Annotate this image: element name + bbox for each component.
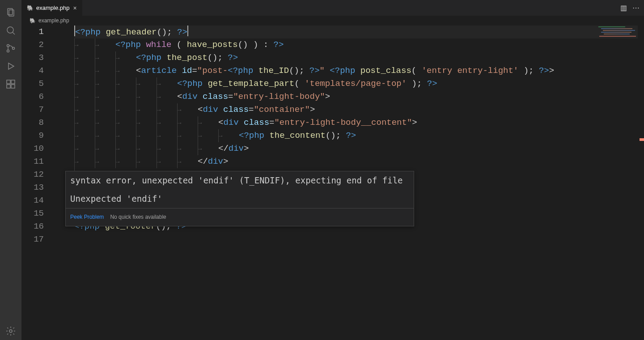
svg-rect-11 — [11, 80, 15, 84]
svg-rect-0 — [8, 8, 13, 15]
problem-hover-tooltip: syntax error, unexpected 'endif' (T_ENDI… — [65, 171, 414, 226]
svg-rect-8 — [7, 80, 10, 84]
activity-settings-icon[interactable] — [0, 322, 21, 340]
code-line[interactable]: <?php while ( have_posts() ) : ?> — [74, 38, 644, 51]
problem-hover-message: Unexpected 'endif' — [66, 190, 414, 208]
svg-rect-9 — [7, 85, 10, 88]
svg-line-3 — [13, 32, 15, 34]
code-line[interactable]: </div> — [74, 155, 644, 168]
svg-marker-7 — [8, 63, 14, 69]
activity-scm-icon[interactable] — [0, 39, 21, 57]
breadcrumb[interactable]: 🐘 example.php — [21, 16, 644, 26]
editor-title-actions: ▥ ⋯ — [620, 0, 644, 16]
code-line[interactable]: <div class="entry-light-body"> — [74, 90, 644, 103]
split-editor-icon[interactable]: ▥ — [620, 4, 627, 12]
code-line[interactable]: <?php the_content(); ?> — [74, 129, 644, 142]
activity-debug-icon[interactable] — [0, 57, 21, 75]
code-line[interactable] — [74, 233, 644, 246]
text-cursor — [187, 26, 188, 36]
tab-example-php[interactable]: 🐘 example.php × — [21, 0, 83, 16]
activity-extensions-icon[interactable] — [0, 75, 21, 93]
line-number-gutter: 1 234 567 8910 111213 141516 17 — [21, 26, 52, 340]
activity-bar — [0, 0, 21, 340]
breadcrumb-file: example.php — [38, 17, 69, 24]
no-quick-fixes-label: No quick fixes available — [110, 211, 166, 224]
editor-group: 🐘 example.php × ▥ ⋯ 🐘 example.php 1 234 … — [21, 0, 644, 340]
code-line[interactable]: <?php get_header(); ?> — [74, 26, 644, 38]
tab-label: example.php — [36, 4, 69, 11]
peek-problem-link[interactable]: Peek Problem — [70, 211, 104, 224]
code-line[interactable]: </div> — [74, 142, 644, 155]
code-line[interactable]: <article id="post-<?php the_ID(); ?>" <?… — [74, 64, 644, 77]
tab-close-icon[interactable]: × — [72, 4, 77, 12]
svg-rect-10 — [11, 85, 15, 88]
scrollbar-vertical[interactable] — [638, 26, 644, 340]
php-file-icon: 🐘 — [27, 5, 34, 11]
php-file-icon: 🐘 — [30, 18, 36, 24]
code-line[interactable]: <div class="container"> — [74, 103, 644, 116]
svg-point-2 — [7, 27, 13, 33]
svg-point-4 — [7, 45, 9, 47]
problem-hover-message: syntax error, unexpected 'endif' (T_ENDI… — [66, 171, 414, 190]
code-line[interactable]: <div class="entry-light-body__content"> — [74, 116, 644, 129]
svg-point-5 — [7, 50, 9, 52]
more-actions-icon[interactable]: ⋯ — [632, 4, 640, 12]
code-line[interactable]: <?php the_post(); ?> — [74, 51, 644, 64]
svg-point-12 — [9, 330, 12, 332]
overview-error-marker[interactable] — [640, 138, 644, 141]
tab-bar: 🐘 example.php × ▥ ⋯ — [21, 0, 644, 16]
code-editor[interactable]: 1 234 567 8910 111213 141516 17 <?php ge… — [21, 26, 644, 340]
code-line[interactable]: <?php get_template_part( 'templates/page… — [74, 77, 644, 90]
activity-explorer-icon[interactable] — [0, 4, 21, 21]
minimap[interactable] — [598, 26, 638, 38]
svg-rect-1 — [9, 10, 14, 16]
activity-search-icon[interactable] — [0, 21, 21, 39]
